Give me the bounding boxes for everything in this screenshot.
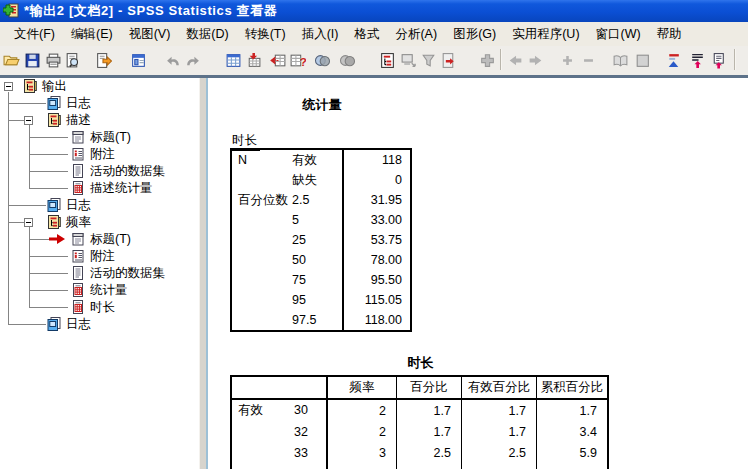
menu-edit[interactable]: 编辑(E) <box>63 23 121 46</box>
log-book-icon <box>46 197 62 213</box>
expander-output[interactable] <box>4 82 13 91</box>
title-page-icon <box>70 129 86 145</box>
recall-dialog-button[interactable] <box>127 48 149 72</box>
tree-item-label: 描述 <box>66 112 91 129</box>
tree-item-notes-1[interactable]: 附注 <box>70 146 115 162</box>
save-button[interactable] <box>21 48 43 72</box>
tree-item-log-2[interactable]: 日志 <box>46 197 91 213</box>
tree-item-title-2-selected[interactable]: 标题(T) <box>70 231 131 247</box>
promote-button[interactable] <box>556 48 578 72</box>
cell-stat: 缺失 <box>290 170 343 190</box>
menu-format[interactable]: 格式 <box>346 23 387 46</box>
notes-book-icon <box>70 146 86 162</box>
tree-item-label: 附注 <box>90 146 115 163</box>
tree-item-frequencies[interactable]: 频率 <box>46 214 91 230</box>
tree-item-statistics[interactable]: 统计量 <box>70 282 128 298</box>
menu-insert[interactable]: 插入(I) <box>294 23 347 46</box>
outline-tree-panel[interactable]: 输出 日志 描述 标题(T) 附注 活动的数据集 描述统计量 日志 频率 标 <box>0 78 199 469</box>
cell-value: 53.75 <box>343 230 411 250</box>
arrow-left-gray-icon <box>507 52 524 69</box>
stub-value: 33 <box>280 446 308 460</box>
tree-item-descriptive-stats[interactable]: 描述统计量 <box>70 180 153 196</box>
show-all-button[interactable] <box>336 48 358 72</box>
cell-group <box>231 230 290 250</box>
menu-help[interactable]: 帮助 <box>649 23 690 46</box>
table-row: 33 3 2.5 2.5 5.9 <box>231 442 608 463</box>
app-icon[interactable] <box>3 3 19 19</box>
insert-before-button[interactable] <box>686 48 708 72</box>
panel-splitter[interactable] <box>199 78 208 469</box>
change-level-button[interactable] <box>662 48 684 72</box>
table-row: 97.5 118.00 <box>231 310 411 331</box>
dataset-doc-icon <box>70 163 86 179</box>
expander-frequencies[interactable] <box>24 218 33 227</box>
redo-button[interactable] <box>181 48 203 72</box>
menu-utilities[interactable]: 实用程序(U) <box>504 23 587 46</box>
tree-item-duration[interactable]: 时长 <box>70 299 115 315</box>
frequency-table[interactable]: 频率 百分比 有效百分比 累积百分比 有效30 2 1.7 1.7 1.7 32… <box>230 375 609 469</box>
open-button[interactable] <box>0 48 22 72</box>
menu-file[interactable]: 文件(F) <box>6 23 63 46</box>
filter-button[interactable] <box>417 48 439 72</box>
tree-item-label: 描述统计量 <box>90 180 153 197</box>
tree-item-notes-2[interactable]: 附注 <box>70 248 115 264</box>
viewer-content[interactable]: 统计量 时长 N 有效 118 缺失 0 百分位数 2.5 31.95 5 33… <box>208 78 748 469</box>
print-preview-button[interactable] <box>61 48 83 72</box>
selection-arrow-icon <box>48 233 66 245</box>
header-valid-percent: 有效百分比 <box>462 376 537 399</box>
tree-item-descriptives[interactable]: 描述 <box>46 112 91 128</box>
expander-descriptives[interactable] <box>24 116 33 125</box>
collapse-button[interactable] <box>631 48 653 72</box>
tree-item-label: 标题(T) <box>90 231 131 248</box>
cell-stat: 25 <box>290 230 343 250</box>
minus-small-gray-icon <box>580 52 597 69</box>
tree-item-label: 日志 <box>66 197 91 214</box>
cell-cumulative-percent: 6.8 <box>537 463 609 469</box>
next-button[interactable] <box>524 48 546 72</box>
menu-window[interactable]: 窗口(W) <box>588 23 649 46</box>
menu-data[interactable]: 数据(D) <box>178 23 236 46</box>
use-sets-button[interactable] <box>311 48 333 72</box>
tree-item-active-dataset-2[interactable]: 活动的数据集 <box>70 265 165 281</box>
insert-doc-button[interactable] <box>437 48 459 72</box>
insert-after-button[interactable] <box>707 48 729 72</box>
previous-button[interactable] <box>504 48 526 72</box>
stub-category: 有效 <box>232 402 280 419</box>
export-button[interactable] <box>92 48 114 72</box>
tree-item-active-dataset-1[interactable]: 活动的数据集 <box>70 163 165 179</box>
cell-value: 118.00 <box>343 310 411 331</box>
expand-button[interactable] <box>609 48 631 72</box>
tree-item-log-3[interactable]: 日志 <box>46 316 91 332</box>
output-book-icon <box>46 112 62 128</box>
table-header-row: 频率 百分比 有效百分比 累积百分比 <box>231 376 608 399</box>
table-row: 5 33.00 <box>231 210 411 230</box>
log-book-icon <box>46 95 62 111</box>
goto-case-button[interactable] <box>242 48 264 72</box>
demote-button[interactable] <box>577 48 599 72</box>
menu-analyze[interactable]: 分析(A) <box>387 23 445 46</box>
variables-info-button[interactable] <box>286 48 308 72</box>
tree-item-log-1[interactable]: 日志 <box>46 95 91 111</box>
tree-item-output[interactable]: 输出 <box>22 78 67 94</box>
recall-dialog-icon <box>130 52 147 69</box>
printer-icon <box>45 52 62 69</box>
menu-graphs[interactable]: 图形(G) <box>445 23 504 46</box>
promote-red-blue-icon <box>665 52 682 69</box>
overlap-circles-gray-icon <box>339 52 356 69</box>
designate-window-button[interactable] <box>397 48 419 72</box>
goto-data-button[interactable] <box>222 48 244 72</box>
cell-cumulative-percent: 3.4 <box>537 421 609 442</box>
insert-heading-button[interactable] <box>476 48 498 72</box>
title-bar[interactable]: *输出2 [文档2] - SPSS Statistics 查看器 <box>0 0 748 22</box>
menu-transform[interactable]: 转换(T) <box>237 23 294 46</box>
save-floppy-icon <box>24 52 41 69</box>
header-stub <box>231 376 327 399</box>
tree-item-title-1[interactable]: 标题(T) <box>70 129 131 145</box>
menu-view[interactable]: 视图(V) <box>121 23 179 46</box>
cell-value: 31.95 <box>343 190 411 210</box>
statistics-table[interactable]: N 有效 118 缺失 0 百分位数 2.5 31.95 5 33.00 25 … <box>230 148 412 332</box>
computer-gray-icon <box>400 52 417 69</box>
stats-doc-icon <box>70 180 86 196</box>
select-last-output-button[interactable] <box>376 48 398 72</box>
arrow-right-gray-icon <box>527 52 544 69</box>
